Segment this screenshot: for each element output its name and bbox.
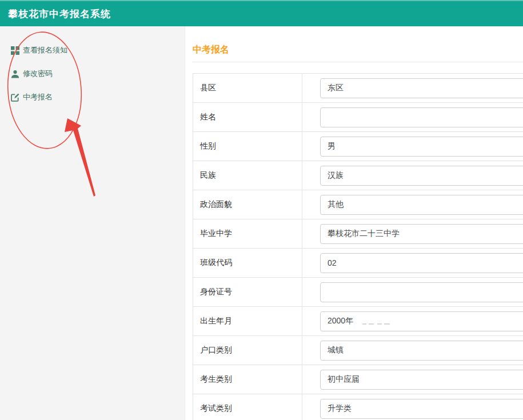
field-input[interactable] xyxy=(320,282,523,302)
main-content: 中考报名 县区 姓名 xyxy=(185,26,523,420)
field-value-cell xyxy=(302,132,523,161)
field-value-cell xyxy=(302,307,523,335)
field-label: 考试类别 xyxy=(193,394,302,420)
sidebar-item-view-notice[interactable]: 查看报名须知 xyxy=(11,45,185,55)
field-value-cell xyxy=(302,161,523,190)
field-value-cell xyxy=(302,278,523,306)
field-value-cell xyxy=(302,103,523,131)
field-input[interactable] xyxy=(320,370,523,390)
form-row: 政治面貌 xyxy=(193,190,523,219)
field-input[interactable] xyxy=(320,107,523,127)
form-row: 班级代码 xyxy=(193,249,523,278)
field-label: 户口类别 xyxy=(193,336,302,365)
form-row: 身份证号 xyxy=(193,278,523,307)
field-input[interactable] xyxy=(320,341,523,361)
sidebar: 查看报名须知 修改密码 中考报名 xyxy=(0,26,185,420)
field-input[interactable] xyxy=(320,195,523,215)
field-value-cell xyxy=(302,336,523,365)
field-label: 性别 xyxy=(193,132,302,161)
sidebar-item-exam-registration[interactable]: 中考报名 xyxy=(11,92,185,102)
form-row: 民族 xyxy=(193,161,523,190)
field-label: 政治面貌 xyxy=(193,190,302,219)
form-row: 县区 xyxy=(193,74,523,103)
field-input[interactable] xyxy=(320,253,523,273)
field-label: 毕业中学 xyxy=(193,219,302,248)
field-value-cell xyxy=(302,249,523,277)
form-row: 出生年月 xyxy=(193,307,523,336)
field-input[interactable] xyxy=(320,137,523,157)
edit-icon xyxy=(11,93,19,102)
page-layout: 查看报名须知 修改密码 中考报名 xyxy=(0,26,523,420)
field-value-cell xyxy=(302,365,523,394)
sidebar-item-label: 修改密码 xyxy=(23,69,53,79)
field-input[interactable] xyxy=(320,78,523,98)
form-row: 毕业中学 xyxy=(193,219,523,249)
form-row: 性别 xyxy=(193,132,523,161)
app-title: 攀枝花市中考报名系统 xyxy=(8,6,111,21)
field-label: 身份证号 xyxy=(193,278,302,306)
sidebar-item-change-password[interactable]: 修改密码 xyxy=(11,69,185,79)
sidebar-nav: 查看报名须知 修改密码 中考报名 xyxy=(0,26,185,102)
field-label: 姓名 xyxy=(193,103,302,131)
field-input[interactable] xyxy=(320,311,523,331)
sidebar-item-label: 中考报名 xyxy=(23,92,53,102)
registration-form-table: 县区 姓名 性别 xyxy=(193,73,523,420)
field-value-cell xyxy=(302,190,523,219)
sidebar-item-label: 查看报名须知 xyxy=(23,45,67,55)
field-label: 考生类别 xyxy=(193,365,302,394)
form-row: 姓名 xyxy=(193,103,523,132)
form-row: 考生类别 xyxy=(193,365,523,394)
field-input[interactable] xyxy=(320,224,523,244)
field-value-cell xyxy=(302,394,523,420)
form-row: 户口类别 xyxy=(193,336,523,365)
page-title: 中考报名 xyxy=(193,44,523,55)
user-icon xyxy=(11,70,19,78)
title-divider xyxy=(193,62,523,62)
form-row: 考试类别 xyxy=(193,394,523,420)
field-label: 民族 xyxy=(193,161,302,190)
app-header: 攀枝花市中考报名系统 xyxy=(0,0,523,26)
field-value-cell xyxy=(302,74,523,102)
field-label: 县区 xyxy=(193,74,302,102)
field-value-cell xyxy=(302,219,523,248)
field-label: 班级代码 xyxy=(193,249,302,277)
grid-icon xyxy=(11,46,19,55)
field-label: 出生年月 xyxy=(193,307,302,335)
field-input[interactable] xyxy=(320,166,523,186)
field-input[interactable] xyxy=(320,399,523,419)
